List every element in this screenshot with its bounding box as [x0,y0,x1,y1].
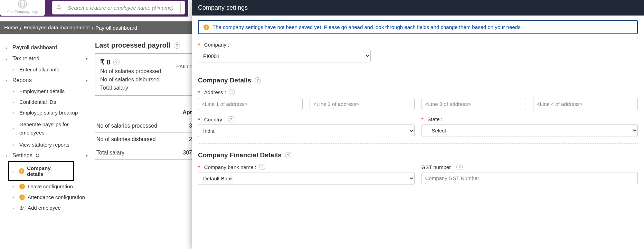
address-row [198,98,638,110]
label-company: *Company : [198,42,638,48]
help-icon[interactable]: ? [228,116,234,122]
payroll-amount: ₹ 0? [100,58,188,66]
section-company-details: Company Details? *Address :? *Country :?… [198,77,638,144]
address-line-4[interactable] [533,98,638,110]
chevron-right-icon: › [12,99,17,104]
warning-icon: ! [19,195,25,200]
payroll-line: No of salaries disbursed [100,77,188,83]
chevron-right-icon: › [6,78,10,83]
gst-input[interactable] [422,172,638,184]
help-icon[interactable]: ? [285,152,291,158]
chevron-right-icon: › [12,142,17,147]
help-icon[interactable]: ? [456,164,463,170]
chevron-right-icon: › [12,89,17,94]
panel-title: Company settings [192,0,644,16]
chevron-down-icon: ▾ [86,56,88,61]
label-gst-number: GST number :? [422,164,638,170]
heading-financial-details: Company Financial Details? [198,151,638,159]
globe-icon [17,0,28,9]
chevron-right-icon: › [6,153,10,158]
svg-point-5 [57,6,60,9]
sidebar: ›Payroll dashboard ›Tax related▾ ›Enter … [0,38,93,217]
refresh-icon[interactable]: ↻ [35,152,40,159]
address-line-3[interactable] [422,98,526,110]
top-bar: Your Company Logo [0,0,188,17]
breadcrumb-home[interactable]: Home [4,24,18,31]
warning-icon: ! [19,168,25,174]
paid-label-fragment: PAID O [176,63,193,69]
section-company: *Company : PI0001 [198,42,638,69]
heading-company-details: Company Details? [198,77,638,84]
section-title-last-payroll: Last processed payroll? [95,41,193,49]
sidebar-item-salary-breakup[interactable]: ›Employee salary breakup [2,107,91,118]
state-select[interactable]: ---Select--- [422,124,638,137]
payroll-line: No of salaries processed [100,68,188,74]
label-address: *Address :? [198,89,638,95]
panel-body: ! The company settings have not been sav… [192,15,644,249]
address-line-2[interactable] [310,98,414,110]
label-country: *Country :? [198,116,415,122]
chevron-right-icon: › [12,169,16,174]
table-row: Total salary307 [95,146,193,160]
company-logo[interactable]: Your Company Logo [0,0,45,16]
help-icon[interactable]: ? [229,89,235,95]
address-line-1[interactable] [198,98,303,110]
chevron-down-icon: ▾ [86,153,88,158]
svg-line-6 [60,8,61,10]
sidebar-item-enter-challan[interactable]: ›Enter challan info [2,64,91,75]
help-icon[interactable]: ? [113,59,120,65]
company-settings-panel: Company settings ! The company settings … [192,0,644,249]
payroll-line: Total salary [100,85,188,91]
sidebar-item-add-employee[interactable]: ›Add employee [2,202,91,213]
sidebar-item-company-details[interactable]: ›!Company details [10,163,71,179]
label-bank-name: *Company bank name :? [198,164,415,170]
chevron-right-icon: › [6,56,10,61]
last-payroll-card: ₹ 0? No of salaries processed No of sala… [95,53,193,96]
help-icon[interactable]: ? [255,77,261,83]
sidebar-item-leave-config[interactable]: ›!Leave configuration [2,181,91,192]
breadcrumb-edm[interactable]: Employee data management [23,24,90,31]
sidebar-item-view-statutory[interactable]: ›View statutory reports [2,139,91,150]
svg-point-7 [20,206,22,208]
chevron-right-icon: › [6,45,10,50]
search-field[interactable] [52,1,185,14]
payroll-summary-table: Apr No of salaries processed3 No of sala… [95,106,193,160]
label-state: *State : [422,116,638,122]
user-plus-icon [19,205,25,211]
company-select[interactable]: PI0001 [198,50,371,62]
warning-icon: ! [203,24,209,30]
chevron-right-icon: › [12,67,17,72]
sidebar-item-attendance-config[interactable]: ›!Attendance configuration [2,192,91,202]
sidebar-highlight-company-details: ›!Company details [8,161,74,181]
country-select[interactable]: India [198,124,415,137]
sidebar-item-reports[interactable]: ›Reports▾ [2,75,91,86]
bank-select[interactable]: Default Bank [198,172,415,185]
breadcrumb-current: Payroll dashboard [95,25,137,31]
unsaved-alert: ! The company settings have not been sav… [198,20,638,34]
logo-text: Your Company Logo [7,10,38,14]
main-content: Last processed payroll? ₹ 0? No of salar… [95,41,193,160]
chevron-right-icon: › [12,110,17,115]
search-icon [56,5,62,10]
warning-icon: ! [19,184,25,189]
alert-text: The company settings have not been saved… [212,24,522,30]
search-input[interactable] [64,1,181,14]
help-icon[interactable]: ? [259,164,265,170]
sidebar-item-payroll-dashboard[interactable]: ›Payroll dashboard [2,42,91,53]
sidebar-item-settings[interactable]: ›Settings↻▾ [2,150,91,161]
chevron-right-icon: › [12,205,17,210]
chevron-down-icon: ▾ [86,78,88,83]
table-row: No of salaries disbursed2 [95,133,193,146]
help-icon[interactable]: ? [174,42,180,49]
sidebar-item-employment-details[interactable]: ›Employment details [2,86,91,97]
section-financial-details: Company Financial Details? *Company bank… [198,151,638,185]
chevron-right-icon: › [12,125,17,132]
sidebar-item-tax-related[interactable]: ›Tax related▾ [2,53,91,64]
chevron-right-icon: › [12,195,17,200]
sidebar-item-confidential-ids[interactable]: ›Confidential IDs [2,97,91,107]
breadcrumb: Home / Employee data management / Payrol… [0,21,192,34]
col-month: Apr [178,106,193,119]
sidebar-item-generate-payslips[interactable]: ›Generate payslips for employees [2,118,91,139]
chevron-right-icon: › [12,184,17,189]
table-row: No of salaries processed3 [95,119,193,133]
